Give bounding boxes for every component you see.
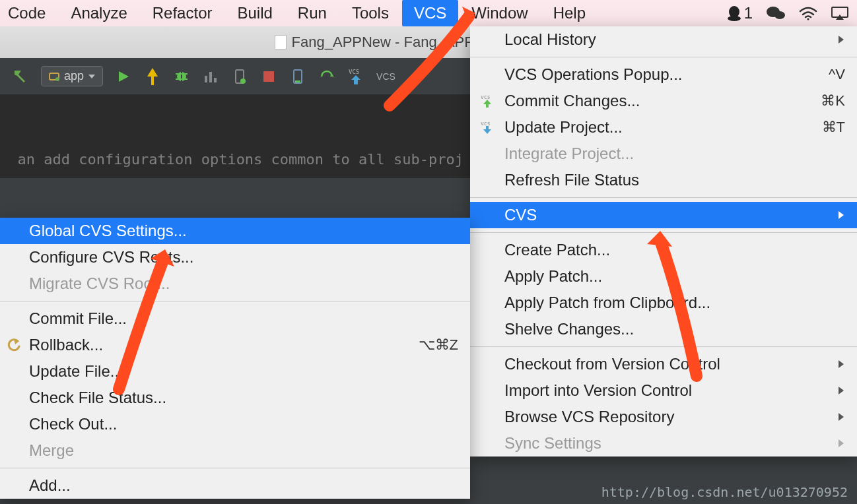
svg-text:vcs: vcs — [481, 94, 491, 100]
hammer-icon[interactable] — [12, 68, 29, 85]
menu-shortcut: ⌥⌘Z — [419, 336, 458, 354]
menu-update-file[interactable]: Update File... — [0, 358, 470, 385]
status-icons: 1 — [726, 4, 849, 22]
menu-item-label: Check File Status... — [29, 389, 458, 407]
svg-point-1 — [728, 16, 741, 21]
svg-point-21 — [240, 79, 246, 84]
submenu-arrow-icon — [837, 381, 845, 400]
menu-check-file-status[interactable]: Check File Status... — [0, 385, 470, 411]
svg-marker-34 — [839, 360, 844, 368]
svg-marker-35 — [839, 387, 844, 394]
menu-checkout[interactable]: Checkout from Version Control — [470, 351, 857, 377]
svg-rect-22 — [263, 71, 274, 82]
menu-item-run[interactable]: Run — [298, 4, 327, 22]
vcs-label: VCS — [376, 71, 395, 82]
menu-item-label: Apply Patch... — [504, 267, 845, 286]
menu-apply-patch-clipboard[interactable]: Apply Patch from Clipboard... — [470, 290, 857, 316]
stop-icon[interactable] — [260, 68, 277, 85]
menu-item-label: Configure CVS Roots... — [29, 248, 458, 267]
cvs-submenu: Global CVS Settings... Configure CVS Roo… — [0, 218, 470, 499]
menu-item-label: Check Out... — [29, 415, 458, 433]
svg-marker-36 — [839, 413, 844, 421]
menu-global-cvs-settings[interactable]: Global CVS Settings... — [0, 218, 470, 244]
menu-item-build[interactable]: Build — [237, 4, 272, 22]
menu-check-out[interactable]: Check Out... — [0, 411, 470, 437]
menu-cvs[interactable]: CVS — [470, 202, 857, 228]
airplay-icon[interactable] — [831, 6, 849, 20]
menu-shortcut: ⌘K — [821, 92, 845, 110]
watermark: http://blog.csdn.net/u013270952 — [601, 484, 848, 500]
menu-item-refactor[interactable]: Refactor — [153, 4, 213, 22]
file-icon — [275, 35, 287, 49]
menu-configure-cvs-roots[interactable]: Configure CVS Roots... — [0, 244, 470, 270]
vcs-dropdown-button[interactable]: VCS — [376, 71, 395, 82]
menu-item-label: VCS Operations Popup... — [504, 65, 829, 84]
run-icon[interactable] — [115, 68, 132, 85]
menu-item-code[interactable]: Code — [8, 4, 46, 22]
editor-hint-text: an add configuration options common to a… — [18, 151, 464, 168]
avd-icon[interactable] — [289, 68, 306, 85]
svg-marker-37 — [839, 439, 844, 447]
menu-item-label: Import into Version Control — [504, 381, 837, 400]
menu-item-label: Migrate CVS Root... — [29, 274, 458, 293]
menu-item-label: Browse VCS Repository — [504, 408, 837, 426]
menu-item-label: Commit Changes... — [504, 92, 821, 110]
menu-item-label: Rollback... — [29, 336, 419, 354]
attach-debugger-icon[interactable] — [231, 68, 248, 85]
menu-item-label: Merge — [29, 441, 458, 460]
menu-item-label: Add... — [29, 476, 458, 495]
profile-icon[interactable] — [202, 68, 219, 85]
menu-commit-file[interactable]: Commit File... — [0, 305, 470, 332]
svg-marker-32 — [483, 126, 491, 134]
qq-icon[interactable]: 1 — [726, 4, 753, 22]
module-icon — [48, 71, 60, 82]
menu-item-vcs[interactable]: VCS — [402, 0, 458, 26]
menu-item-label: Checkout from Version Control — [504, 355, 837, 373]
menu-apply-patch[interactable]: Apply Patch... — [470, 263, 857, 290]
submenu-arrow-icon — [837, 434, 845, 453]
wechat-icon[interactable] — [766, 5, 786, 22]
svg-marker-7 — [15, 71, 25, 82]
menu-item-label: CVS — [504, 206, 837, 224]
svg-point-3 — [774, 11, 785, 19]
run-config-label: app — [64, 69, 84, 83]
svg-marker-12 — [147, 68, 158, 85]
menu-shelve-changes[interactable]: Shelve Changes... — [470, 316, 857, 342]
vcs-dropdown-menu: Local History VCS Operations Popup... ^V… — [470, 26, 857, 457]
debug-icon[interactable] — [173, 68, 190, 85]
menu-item-tools[interactable]: Tools — [352, 4, 389, 22]
menu-item-analyze[interactable]: Analyze — [71, 4, 127, 22]
svg-marker-28 — [839, 36, 844, 44]
svg-text:VCS: VCS — [349, 69, 359, 75]
menu-item-label: Local History — [504, 30, 837, 49]
commit-up-icon: vcs — [479, 93, 495, 109]
menu-item-label: Update Project... — [504, 118, 822, 137]
menu-browse-vcs-repo[interactable]: Browse VCS Repository — [470, 404, 857, 430]
svg-point-9 — [55, 77, 59, 81]
svg-text:vcs: vcs — [481, 121, 491, 127]
menu-vcs-operations-popup[interactable]: VCS Operations Popup... ^V — [470, 61, 857, 88]
wifi-icon[interactable] — [799, 6, 817, 20]
menu-local-history[interactable]: Local History — [470, 26, 857, 53]
menu-integrate-project: Integrate Project... — [470, 141, 857, 167]
menu-migrate-cvs-root: Migrate CVS Root... — [0, 270, 470, 297]
menu-add[interactable]: Add... — [0, 472, 470, 499]
menu-refresh-file-status[interactable]: Refresh File Status — [470, 167, 857, 193]
menu-import-vcs[interactable]: Import into Version Control — [470, 377, 857, 404]
submenu-arrow-icon — [837, 408, 845, 426]
sync-icon[interactable] — [318, 68, 335, 85]
menu-update-project[interactable]: vcs Update Project... ⌘T — [470, 114, 857, 141]
apply-changes-icon[interactable] — [144, 68, 161, 85]
menu-create-patch[interactable]: Create Patch... — [470, 237, 857, 263]
menu-item-window[interactable]: Window — [471, 4, 528, 22]
menu-shortcut: ⌘T — [822, 119, 845, 136]
menu-item-label: Integrate Project... — [504, 144, 845, 163]
menu-rollback[interactable]: Rollback... ⌥⌘Z — [0, 332, 470, 358]
svg-marker-10 — [88, 75, 95, 79]
revert-icon — [7, 337, 22, 353]
menu-item-help[interactable]: Help — [553, 4, 586, 22]
run-config-dropdown[interactable]: app — [41, 66, 103, 86]
menu-commit-changes[interactable]: vcs Commit Changes... ⌘K — [470, 88, 857, 114]
svg-marker-30 — [483, 100, 491, 108]
vcs-down-icon[interactable]: VCS — [347, 68, 364, 85]
